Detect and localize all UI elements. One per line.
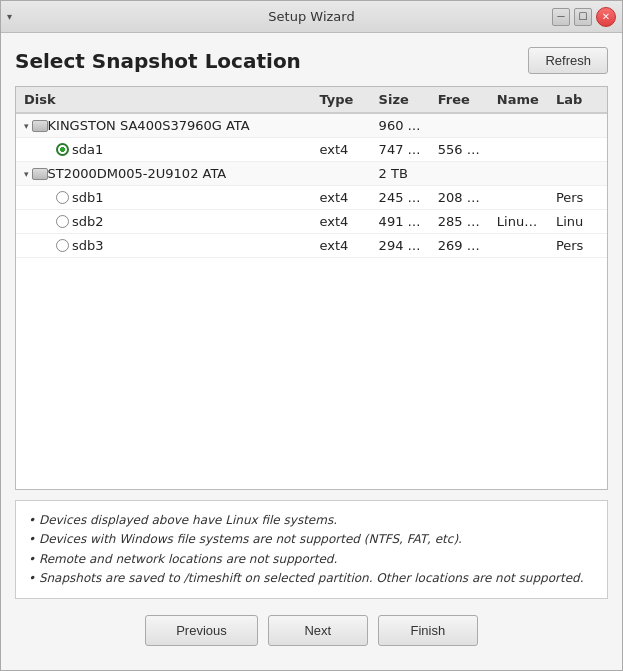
table-row[interactable]: sdb2ext4491 GB285 GBLinux_VMLinu [16,210,607,234]
partition-label: sda1 [72,142,103,157]
col-label: Lab [548,87,607,113]
partition-name-cell: sdb1 [16,186,312,210]
col-type: Type [312,87,371,113]
table-header-row: Disk Type Size Free Name Lab [16,87,607,113]
size-cell: 2 TB [371,162,430,186]
main-content: Select Snapshot Location Refresh Disk Ty… [1,33,622,670]
col-size: Size [371,87,430,113]
label-cell: Pers [548,234,607,258]
free-cell: 208 GB [430,186,489,210]
vol-name-cell [489,138,548,162]
titlebar-left: ▾ [7,11,12,22]
partition-radio[interactable] [56,215,69,228]
table-row[interactable]: sdb3ext4294 GB269 GBPers [16,234,607,258]
free-cell [430,113,489,138]
free-cell: 556 GB [430,138,489,162]
col-name: Name [489,87,548,113]
table-row: ▾ ST2000DM005-2U9102 ATA2 TB [16,162,607,186]
setup-wizard-window: ▾ Setup Wizard — ☐ ✕ Select Snapshot Loc… [0,0,623,671]
window-chevron-icon: ▾ [7,11,12,22]
type-cell: ext4 [312,234,371,258]
label-cell: Pers [548,186,607,210]
label-cell [548,138,607,162]
size-cell: 491 GB [371,210,430,234]
partition-name-cell: sdb2 [16,210,312,234]
partition-radio[interactable] [56,191,69,204]
type-cell [312,162,371,186]
table-row[interactable]: sda1ext4747 GB556 GB [16,138,607,162]
note-item: • Devices with Windows file systems are … [28,530,595,549]
titlebar: ▾ Setup Wizard — ☐ ✕ [1,1,622,33]
partition-label: sdb2 [72,214,104,229]
partition-radio[interactable] [56,143,69,156]
close-button[interactable]: ✕ [596,7,616,27]
minimize-button[interactable]: — [552,8,570,26]
col-disk: Disk [16,87,312,113]
disk-name-cell: ▾ ST2000DM005-2U9102 ATA [16,162,312,186]
note-item: • Remote and network locations are not s… [28,550,595,569]
free-cell: 285 GB [430,210,489,234]
label-cell: Linu [548,210,607,234]
window-title: Setup Wizard [268,9,354,24]
header-row: Select Snapshot Location Refresh [15,47,608,74]
partition-radio[interactable] [56,239,69,252]
footer: Previous Next Finish [15,609,608,660]
partition-label: sdb1 [72,190,104,205]
next-button[interactable]: Next [268,615,368,646]
finish-button[interactable]: Finish [378,615,478,646]
partition-label: sdb3 [72,238,104,253]
size-cell: 960 GB [371,113,430,138]
vol-name-cell [489,234,548,258]
note-item: • Snapshots are saved to /timeshift on s… [28,569,595,588]
free-cell [430,162,489,186]
previous-button[interactable]: Previous [145,615,258,646]
type-cell: ext4 [312,138,371,162]
type-cell: ext4 [312,210,371,234]
disk-name-cell: ▾ KINGSTON SA400S37960G ATA [16,113,312,138]
label-cell [548,162,607,186]
disk-label: ST2000DM005-2U9102 ATA [48,166,227,181]
notes-box: • Devices displayed above have Linux fil… [15,500,608,599]
size-cell: 294 GB [371,234,430,258]
maximize-button[interactable]: ☐ [574,8,592,26]
partition-name-cell: sda1 [16,138,312,162]
expand-chevron-icon: ▾ [24,169,29,179]
size-cell: 245 GB [371,186,430,210]
hdd-icon [32,168,48,180]
col-free: Free [430,87,489,113]
free-cell: 269 GB [430,234,489,258]
type-cell [312,113,371,138]
refresh-button[interactable]: Refresh [528,47,608,74]
page-title: Select Snapshot Location [15,49,301,73]
partition-name-cell: sdb3 [16,234,312,258]
type-cell: ext4 [312,186,371,210]
hdd-icon [32,120,48,132]
label-cell [548,113,607,138]
table-row[interactable]: sdb1ext4245 GB208 GBPers [16,186,607,210]
expand-chevron-icon: ▾ [24,121,29,131]
note-item: • Devices displayed above have Linux fil… [28,511,595,530]
disk-table-container: Disk Type Size Free Name Lab ▾ KINGSTON … [15,86,608,490]
size-cell: 747 GB [371,138,430,162]
disk-table: Disk Type Size Free Name Lab ▾ KINGSTON … [16,87,607,258]
vol-name-cell [489,162,548,186]
vol-name-cell [489,113,548,138]
disk-label: KINGSTON SA400S37960G ATA [48,118,250,133]
titlebar-controls: — ☐ ✕ [552,7,616,27]
table-row: ▾ KINGSTON SA400S37960G ATA960 GB [16,113,607,138]
vol-name-cell: Linux_VM [489,210,548,234]
vol-name-cell [489,186,548,210]
